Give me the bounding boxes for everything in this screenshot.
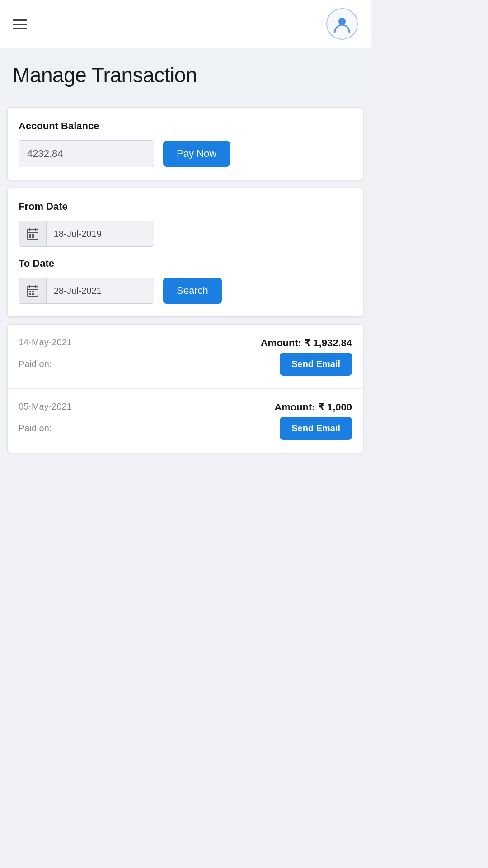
- to-date-label: To Date: [19, 258, 352, 269]
- date-filter-card: From Date 18-Jul-2019: [7, 188, 363, 317]
- svg-rect-14: [32, 291, 34, 292]
- paid-on-label: Paid on:: [19, 359, 52, 369]
- from-date-section: From Date 18-Jul-2019: [19, 201, 352, 247]
- paid-on-label: Paid on:: [19, 423, 52, 434]
- calendar-icon: [26, 284, 39, 297]
- page-title: Manage Transaction: [13, 63, 358, 87]
- svg-point-0: [338, 18, 346, 25]
- svg-rect-6: [32, 234, 34, 236]
- transaction-amount: Amount: ₹ 1,000: [274, 401, 352, 413]
- transaction-bottom-row: Paid on: Send Email: [19, 353, 352, 376]
- pay-now-button[interactable]: Pay Now: [163, 141, 230, 167]
- svg-rect-16: [32, 293, 34, 295]
- calendar-icon: [26, 227, 39, 240]
- svg-rect-15: [29, 293, 31, 295]
- from-date-row: 18-Jul-2019: [19, 221, 352, 247]
- to-date-row: 28-Jul-2021 Search: [19, 278, 352, 304]
- transaction-date: 05-May-2021: [19, 401, 72, 412]
- send-email-button[interactable]: Send Email: [280, 353, 352, 376]
- hamburger-menu-button[interactable]: [13, 19, 27, 29]
- transaction-bottom-row: Paid on: Send Email: [19, 417, 352, 440]
- account-balance-label: Account Balance: [19, 120, 352, 132]
- to-date-calendar-icon[interactable]: [19, 278, 47, 303]
- send-email-button[interactable]: Send Email: [280, 417, 352, 440]
- to-date-value: 28-Jul-2021: [47, 279, 154, 302]
- from-date-calendar-icon[interactable]: [19, 221, 47, 246]
- from-date-label: From Date: [19, 201, 352, 212]
- account-balance-card: Account Balance Pay Now: [7, 107, 363, 180]
- transaction-item: 14-May-2021 Amount: ₹ 1,932.84 Paid on: …: [8, 325, 363, 389]
- transaction-amount: Amount: ₹ 1,932.84: [261, 337, 352, 349]
- transaction-top-row: 14-May-2021 Amount: ₹ 1,932.84: [19, 337, 352, 349]
- balance-row: Pay Now: [19, 140, 352, 167]
- header: [0, 0, 371, 48]
- transaction-date: 14-May-2021: [19, 337, 72, 348]
- transaction-list: 14-May-2021 Amount: ₹ 1,932.84 Paid on: …: [7, 324, 363, 453]
- to-date-section: To Date 28-Jul-2021 Sea: [19, 258, 352, 304]
- page-title-section: Manage Transaction: [0, 48, 371, 100]
- user-avatar-button[interactable]: [326, 8, 358, 40]
- svg-rect-8: [32, 236, 34, 238]
- transaction-item: 05-May-2021 Amount: ₹ 1,000 Paid on: Sen…: [8, 389, 363, 453]
- transaction-top-row: 05-May-2021 Amount: ₹ 1,000: [19, 401, 352, 413]
- balance-input[interactable]: [19, 140, 154, 167]
- svg-rect-7: [29, 236, 31, 238]
- from-date-value: 18-Jul-2019: [47, 222, 154, 245]
- user-icon: [332, 14, 352, 34]
- search-button[interactable]: Search: [163, 278, 222, 304]
- svg-rect-13: [29, 291, 31, 292]
- to-date-input-wrapper: 28-Jul-2021: [19, 278, 154, 304]
- svg-rect-5: [29, 234, 31, 236]
- from-date-input-wrapper: 18-Jul-2019: [19, 221, 154, 247]
